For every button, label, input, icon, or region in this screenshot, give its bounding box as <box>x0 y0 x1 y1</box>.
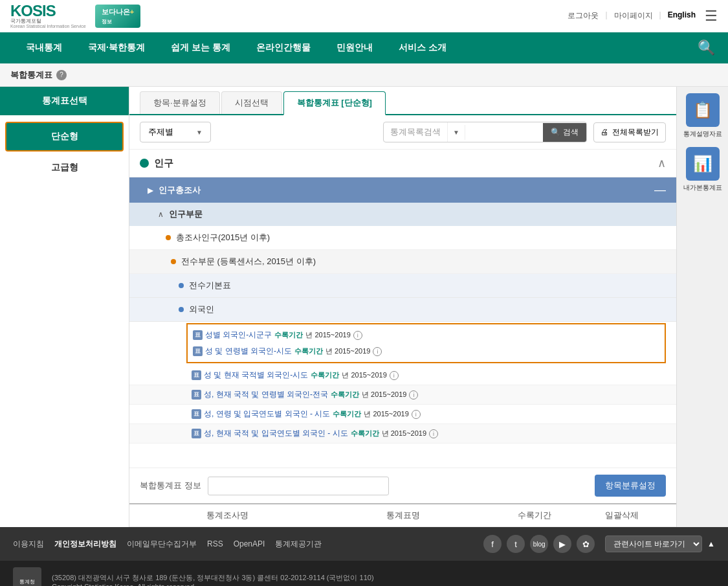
orange-dot-1 <box>166 235 171 240</box>
item-classify-button[interactable]: 항목분류설정 <box>595 475 666 497</box>
foreigner-row1-badge: 수록기간 <box>274 330 303 340</box>
logout-link[interactable]: 로그아웃 <box>568 10 599 21</box>
social-youtube[interactable]: ▶ <box>553 535 571 553</box>
th-delete: 일괄삭제 <box>579 510 667 521</box>
census-population-label[interactable]: 총조사인구(2015년 이후) <box>176 232 270 243</box>
print-button[interactable]: 🖨 전체목록받기 <box>593 122 666 142</box>
search-icon: 🔍 <box>551 128 560 137</box>
subject-dropdown[interactable]: 주제별 ▼ <box>140 122 211 142</box>
sidebar-item-advanced[interactable]: 고급형 <box>5 154 124 181</box>
social-blog[interactable]: blog <box>530 535 548 553</box>
nav-search-icon[interactable]: 🔍 <box>698 39 715 56</box>
population-subsection: ∧ 인구부문 <box>129 203 676 226</box>
footer-link-privacy[interactable]: 개인정보처리방침 <box>54 539 116 550</box>
foreigner-row4-badge: 수록기간 <box>331 390 359 400</box>
info-icon-5[interactable]: i <box>412 410 421 419</box>
population-title: 인구 <box>154 157 657 170</box>
nav-item-international[interactable]: 국제·북한통계 <box>75 32 158 63</box>
foreigner-row5-year: 년 2015~2019 <box>364 409 408 419</box>
logo-area: KOSIS 국가통계포털 Korean Statistical Informat… <box>10 3 140 28</box>
mypage-link[interactable]: 마이페이지 <box>614 10 653 21</box>
foreigner-label[interactable]: 외국인 <box>189 304 214 315</box>
nav-item-easy[interactable]: 쉽게 보는 통계 <box>158 32 243 63</box>
sidebar-header: 통계표선택 <box>0 87 129 115</box>
basic-table-label[interactable]: 전수기본표 <box>189 280 231 291</box>
population-collapse-icon[interactable]: ∧ <box>657 156 666 170</box>
foreigner-item-3[interactable]: 표 성 및 현재 국적별 외국인-시도 수록기간 년 2015~2019 i <box>129 366 676 385</box>
tab-time-select[interactable]: 시점선택 <box>221 91 282 114</box>
orange-dot-2 <box>171 259 176 264</box>
nav-item-online[interactable]: 온라인간행물 <box>243 32 324 63</box>
my-stats-icon: 📊 <box>686 147 720 181</box>
stats-description-btn[interactable]: 📋 통계설명자료 <box>683 93 722 138</box>
info-icon-2[interactable]: i <box>373 347 382 356</box>
header-right: 로그아웃 | 마이페이지 | English ☰ <box>568 8 718 25</box>
footer-link-rss[interactable]: RSS <box>207 539 223 548</box>
th-survey-name: 통계조사명 <box>140 510 315 521</box>
content-right-wrapper: 항목·분류설정 시점선택 복합통계표 [단순형] 주제별 ▼ 통계목록검색 ▼ … <box>129 87 728 527</box>
sidebar-item-simple[interactable]: 단순형 <box>5 122 124 152</box>
population-header: 인구 ∧ <box>129 150 676 177</box>
foreigner-item-2[interactable]: 표 성 및 연령별 외국인-시도 수록기간 년 2015~2019 i <box>193 343 659 359</box>
foreigner-row2-year: 년 2015~2019 <box>325 346 370 356</box>
hamburger-icon[interactable]: ☰ <box>705 8 718 25</box>
foreigner-row6-label: 성, 현재 국적 및 입국연도별 외국인 - 시도 <box>204 428 348 439</box>
footer-link-usage[interactable]: 이용지침 <box>13 539 44 550</box>
sidebar: 통계표선택 단순형 고급형 <box>0 87 129 527</box>
footer-address: (35208) 대전광역시 서구 청사로 189 (둔산동, 정부대전청사 3동… <box>52 573 374 583</box>
foreigner-row3-year: 년 2015~2019 <box>342 370 386 380</box>
footer-link-provider[interactable]: 통계제공기관 <box>275 539 322 550</box>
foreigner-row5-badge: 수록기간 <box>333 409 361 419</box>
help-icon[interactable]: ? <box>56 70 67 80</box>
english-link[interactable]: English <box>668 10 696 21</box>
foreigner-row4-year: 년 2015~2019 <box>362 390 406 400</box>
info-icon-6[interactable]: i <box>429 429 438 438</box>
info-icon-3[interactable]: i <box>390 371 399 380</box>
search-button[interactable]: 🔍 검색 <box>543 123 586 142</box>
stats-description-label: 통계설명자료 <box>683 130 722 138</box>
tab-bar: 항목·분류설정 시점선택 복합통계표 [단순형] <box>129 87 676 115</box>
foreigner-item-1[interactable]: 표 성별 외국인-시군구 수록기간 년 2015~2019 i <box>193 327 659 343</box>
data-icon-1: 표 <box>193 330 203 340</box>
tree-content: 인구 ∧ ▶ 인구총조사 — ∧ 인구부문 총조사인구(2015년 이 <box>129 150 676 468</box>
foreigner-row3-badge: 수록기간 <box>311 370 339 380</box>
info-icon-1[interactable]: i <box>353 331 362 340</box>
foreigner-item-6[interactable]: 표 성, 현재 국적 및 입국연도별 외국인 - 시도 수록기간 년 2015~… <box>129 424 676 444</box>
nav-item-service[interactable]: 서비스 소개 <box>386 32 459 63</box>
census-collapse-icon[interactable]: — <box>654 183 666 197</box>
search-dropdown-icon[interactable]: ▼ <box>448 125 465 140</box>
foreigner-item: 외국인 <box>129 298 676 322</box>
social-twitter[interactable]: t <box>507 535 525 553</box>
my-stats-btn[interactable]: 📊 내가본통계표 <box>683 147 722 192</box>
search-group: 통계목록검색 ▼ 🔍 검색 <box>383 122 587 142</box>
tab-item-setting[interactable]: 항목·분류설정 <box>140 91 220 114</box>
info-icon-4[interactable]: i <box>409 390 418 400</box>
footer-top: 이용지침 개인정보처리방침 이메일무단수집거부 RSS OpenAPI 통계제공… <box>0 527 728 561</box>
footer-link-email[interactable]: 이메일무단수집거부 <box>127 539 197 550</box>
data-icon-6: 표 <box>192 429 201 438</box>
foreigner-item-4[interactable]: 표 성, 현재 국적 및 연령별 외국인-전국 수록기간 년 2015~2019… <box>129 385 676 405</box>
foreigner-row3-label: 성 및 현재 국적별 외국인-시도 <box>204 370 308 381</box>
population-dot <box>140 159 149 168</box>
bottom-bar: 복합통계표 정보 항목분류설정 <box>129 468 676 503</box>
social-instagram[interactable]: ✿ <box>577 535 595 553</box>
foreigner-item-5[interactable]: 표 성, 연령 및 입국연도별 외국인 - 시도 수록기간 년 2015~201… <box>129 405 676 424</box>
foreigner-row4-label: 성, 현재 국적 및 연령별 외국인-전국 <box>204 389 328 400</box>
nav-item-domestic[interactable]: 국내통계 <box>13 32 75 63</box>
chevron-down-icon: ▼ <box>196 129 203 136</box>
footer-link-openapi[interactable]: OpenAPI <box>234 539 265 548</box>
search-input[interactable] <box>465 124 543 141</box>
kosis-logo[interactable]: KOSIS 국가통계포털 Korean Statistical Informat… <box>10 3 86 28</box>
related-site-select[interactable]: 관련사이트 바로가기 <box>605 535 702 552</box>
census-section: ▶ 인구총조사 — <box>129 177 676 203</box>
blue-dot-2 <box>179 307 184 312</box>
blue-dot-1 <box>179 283 184 288</box>
table-header-row: 통계조사명 통계표명 수록기간 일괄삭제 <box>129 503 676 527</box>
nav-item-civil[interactable]: 민원안내 <box>324 32 386 63</box>
bottom-info-input[interactable] <box>208 477 389 495</box>
full-census-label[interactable]: 전수부문 (등록센서스, 2015년 이후) <box>181 256 316 267</box>
foreigner-row2-badge: 수록기간 <box>294 346 323 356</box>
tab-complex-simple[interactable]: 복합통계표 [단순형] <box>283 91 386 115</box>
social-facebook[interactable]: f <box>483 535 502 553</box>
foreigner-row1-label: 성별 외국인-시군구 <box>205 330 272 341</box>
